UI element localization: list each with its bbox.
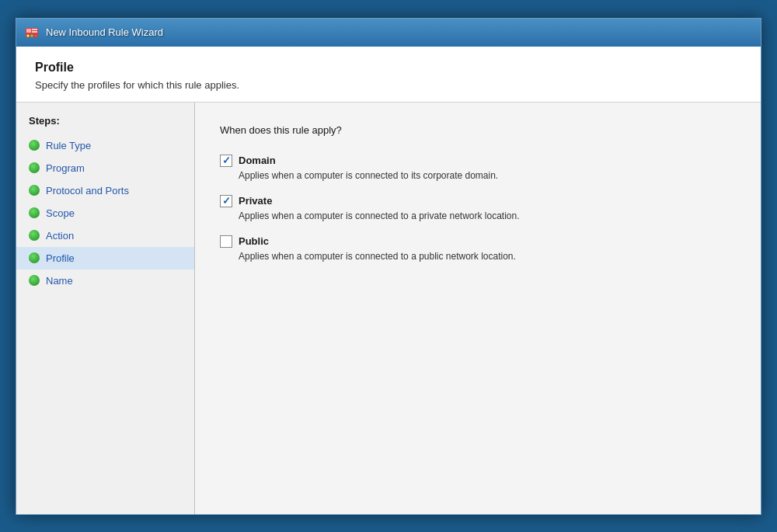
svg-rect-1 xyxy=(26,29,31,33)
sidebar-item-action[interactable]: Action xyxy=(16,224,194,247)
svg-point-5 xyxy=(31,34,33,37)
step-dot-profile xyxy=(29,252,40,263)
sidebar-item-label-profile: Profile xyxy=(46,252,75,264)
step-dot-protocol-and-ports xyxy=(29,185,40,196)
profile-name-domain: Domain xyxy=(239,155,276,166)
checkmark-domain: ✓ xyxy=(222,155,231,165)
svg-rect-3 xyxy=(32,31,37,33)
sidebar-item-label-protocol-and-ports: Protocol and Ports xyxy=(46,185,129,196)
main-panel: When does this rule apply? ✓ Domain Appl… xyxy=(195,103,761,514)
checkbox-domain[interactable]: ✓ xyxy=(220,155,232,167)
title-bar: New Inbound Rule Wizard xyxy=(16,19,761,47)
profile-option-private: ✓ Private Applies when a computer is con… xyxy=(220,195,736,221)
svg-rect-2 xyxy=(32,29,37,30)
main-window: New Inbound Rule Wizard Profile Specify … xyxy=(16,18,761,515)
sidebar-item-label-program: Program xyxy=(46,162,85,174)
profile-desc-private: Applies when a computer is connected to … xyxy=(239,210,736,221)
page-title: Profile xyxy=(35,61,742,75)
header-section: Profile Specify the profiles for which t… xyxy=(16,47,761,103)
window-icon xyxy=(24,25,40,40)
profile-option-header-private: ✓ Private xyxy=(220,195,736,207)
profile-option-domain: ✓ Domain Applies when a computer is conn… xyxy=(220,155,736,181)
page-subtitle: Specify the profiles for which this rule… xyxy=(35,79,742,91)
step-dot-action xyxy=(29,230,40,241)
sidebar-item-label-name: Name xyxy=(46,275,73,287)
checkmark-private: ✓ xyxy=(222,196,231,206)
step-dot-program xyxy=(29,162,40,173)
profile-desc-domain: Applies when a computer is connected to … xyxy=(239,170,736,181)
window-title: New Inbound Rule Wizard xyxy=(46,26,163,38)
sidebar-item-rule-type[interactable]: Rule Type xyxy=(16,134,194,157)
sidebar-item-name[interactable]: Name xyxy=(16,269,194,292)
sidebar: Steps: Rule Type Program Protocol and Po… xyxy=(16,103,195,514)
svg-point-6 xyxy=(35,34,37,37)
sidebar-item-label-scope: Scope xyxy=(46,207,75,219)
checkbox-private[interactable]: ✓ xyxy=(220,195,232,207)
profile-option-header-domain: ✓ Domain xyxy=(220,155,736,167)
profile-name-private: Private xyxy=(239,195,272,207)
sidebar-item-program[interactable]: Program xyxy=(16,157,194,179)
steps-label: Steps: xyxy=(16,112,194,134)
profile-option-header-public: Public xyxy=(220,235,736,248)
sidebar-item-protocol-and-ports[interactable]: Protocol and Ports xyxy=(16,179,194,202)
rule-question: When does this rule apply? xyxy=(220,124,736,136)
profile-desc-public: Applies when a computer is connected to … xyxy=(239,251,736,262)
step-dot-name xyxy=(29,275,40,286)
profile-name-public: Public xyxy=(239,235,269,247)
step-dot-scope xyxy=(29,207,40,218)
content-area: Steps: Rule Type Program Protocol and Po… xyxy=(16,103,761,514)
sidebar-item-label-action: Action xyxy=(46,230,74,242)
sidebar-item-profile[interactable]: Profile xyxy=(16,247,194,269)
svg-point-4 xyxy=(27,34,30,37)
sidebar-item-scope[interactable]: Scope xyxy=(16,202,194,224)
checkbox-public[interactable] xyxy=(220,235,232,248)
sidebar-item-label-rule-type: Rule Type xyxy=(46,140,91,151)
step-dot-rule-type xyxy=(29,140,40,151)
profile-option-public: Public Applies when a computer is connec… xyxy=(220,235,736,262)
